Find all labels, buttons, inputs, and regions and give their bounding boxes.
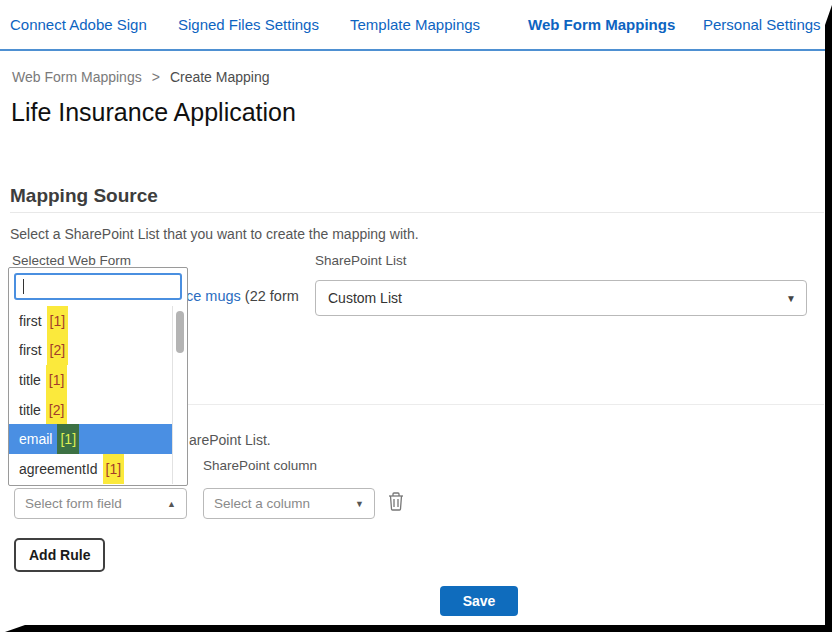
caret-up-icon: ▲ [167, 499, 176, 509]
mapping-source-heading: Mapping Source [10, 185, 158, 207]
window-shadow-right [825, 5, 832, 632]
dropdown-item-email[interactable]: email[1] [9, 424, 172, 454]
sharepoint-list-select[interactable]: Custom List ▼ [315, 280, 807, 316]
sharepoint-list-label: SharePoint List [315, 253, 407, 268]
window-shadow-bottom [5, 625, 832, 632]
dropdown-item-label: first [19, 313, 42, 329]
field-index-highlight: [1] [47, 306, 69, 336]
nav-tab-template-mappings[interactable]: Template Mappings [350, 16, 480, 33]
web-form-name-fragment: ce mugs (22 form [186, 288, 299, 304]
web-form-link-fragment[interactable]: ce mugs [186, 288, 241, 304]
dropdown-scrollbar-thumb[interactable] [176, 311, 184, 353]
dropdown-item-label: title [19, 402, 41, 418]
field-index-highlight: [2] [46, 395, 68, 425]
dropdown-item-title[interactable]: title[2] [9, 395, 172, 425]
app-window: Connect Adobe SignSigned Files SettingsT… [0, 0, 832, 632]
field-index-highlight: [2] [47, 336, 69, 366]
delete-rule-trash-icon[interactable] [387, 491, 405, 511]
sharepoint-column-label: SharePoint column [203, 458, 317, 473]
web-form-dropdown-panel: first[1]first[2]title[1]title[2]email[1]… [8, 267, 188, 486]
mapping-source-description: Select a SharePoint List that you want t… [10, 226, 419, 242]
form-field-combobox[interactable]: Select form field ▲ [14, 488, 187, 519]
dropdown-item-first[interactable]: first[1] [9, 306, 172, 336]
sharepoint-column-combobox[interactable]: Select a column ▼ [203, 488, 375, 519]
breadcrumb-current: Create Mapping [170, 69, 270, 85]
page-title: Life Insurance Application [11, 98, 296, 127]
field-index-highlight: [1] [57, 424, 79, 454]
column-placeholder: Select a column [214, 496, 310, 511]
caret-down-icon: ▼ [786, 293, 796, 304]
dropdown-search-input[interactable] [14, 273, 182, 300]
dropdown-item-title[interactable]: title[1] [9, 365, 172, 395]
nav-tab-web-form-mappings[interactable]: Web Form Mappings [528, 16, 675, 33]
field-index-highlight: [1] [103, 454, 125, 484]
field-index-highlight: [1] [46, 365, 68, 395]
text-cursor [23, 279, 24, 294]
dropdown-item-agreementId[interactable]: agreementId[1] [9, 454, 172, 484]
add-rule-button[interactable]: Add Rule [14, 538, 105, 572]
nav-underline [0, 49, 825, 51]
selected-web-form-label: Selected Web Form [12, 253, 131, 268]
section-divider [10, 212, 824, 213]
dropdown-item-first[interactable]: first[2] [9, 336, 172, 366]
dropdown-scrollbar-track[interactable] [172, 306, 187, 484]
nav-tab-connect-adobe-sign[interactable]: Connect Adobe Sign [10, 16, 147, 33]
breadcrumb-separator: > [152, 69, 160, 85]
web-form-count-fragment: (22 form [241, 288, 299, 304]
breadcrumb-parent-link[interactable]: Web Form Mappings [12, 69, 142, 85]
dropdown-item-label: email [19, 431, 52, 447]
sharepoint-list-value: Custom List [328, 290, 402, 306]
nav-tab-personal-settings[interactable]: Personal Settings [703, 16, 821, 33]
form-field-placeholder: Select form field [25, 496, 122, 511]
dropdown-item-label: first [19, 342, 42, 358]
dropdown-list: first[1]first[2]title[1]title[2]email[1]… [9, 306, 187, 484]
dropdown-item-label: title [19, 372, 41, 388]
nav-tab-signed-files-settings[interactable]: Signed Files Settings [178, 16, 319, 33]
mapping-rules-sentence-fragment: arePoint List. [189, 432, 271, 448]
caret-down-icon: ▼ [355, 499, 364, 509]
dropdown-item-label: agreementId [19, 461, 98, 477]
breadcrumb: Web Form Mappings>Create Mapping [12, 69, 270, 85]
save-button[interactable]: Save [440, 586, 518, 616]
